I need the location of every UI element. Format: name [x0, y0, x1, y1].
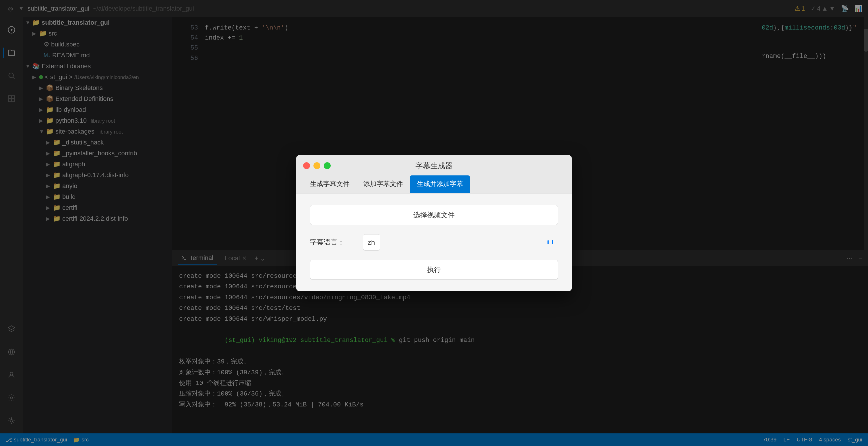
modal-traffic-lights [303, 162, 331, 169]
modal-maximize-button[interactable] [324, 162, 331, 169]
modal-tab-add[interactable]: 添加字幕文件 [356, 175, 410, 193]
select-video-button[interactable]: 选择视频文件 [310, 205, 558, 225]
modal-tabs: 生成字幕文件 添加字幕文件 生成并添加字幕 [296, 175, 572, 194]
language-select-wrapper: zh en ja [363, 234, 558, 250]
language-field-row: 字幕语言： zh en ja [310, 234, 558, 250]
modal-body: 选择视频文件 字幕语言： zh en ja 执行 [296, 194, 572, 291]
modal-overlay: 字幕生成器 生成字幕文件 添加字幕文件 生成并添加字幕 选择视频文件 字幕语言：… [0, 0, 868, 446]
modal-close-button[interactable] [303, 162, 310, 169]
modal-tab-generate-add[interactable]: 生成并添加字幕 [410, 175, 470, 193]
language-label: 字幕语言： [310, 238, 356, 247]
modal-tab-generate[interactable]: 生成字幕文件 [303, 175, 356, 193]
modal-dialog: 字幕生成器 生成字幕文件 添加字幕文件 生成并添加字幕 选择视频文件 字幕语言：… [296, 155, 572, 291]
modal-minimize-button[interactable] [313, 162, 320, 169]
app-container: ◎ ▼ subtitle_translator_gui ~/ai/develop… [0, 0, 868, 446]
execute-button[interactable]: 执行 [310, 260, 558, 280]
modal-title: 字幕生成器 [415, 161, 453, 171]
language-select[interactable]: zh en ja [363, 234, 380, 250]
modal-titlebar: 字幕生成器 [296, 155, 572, 175]
